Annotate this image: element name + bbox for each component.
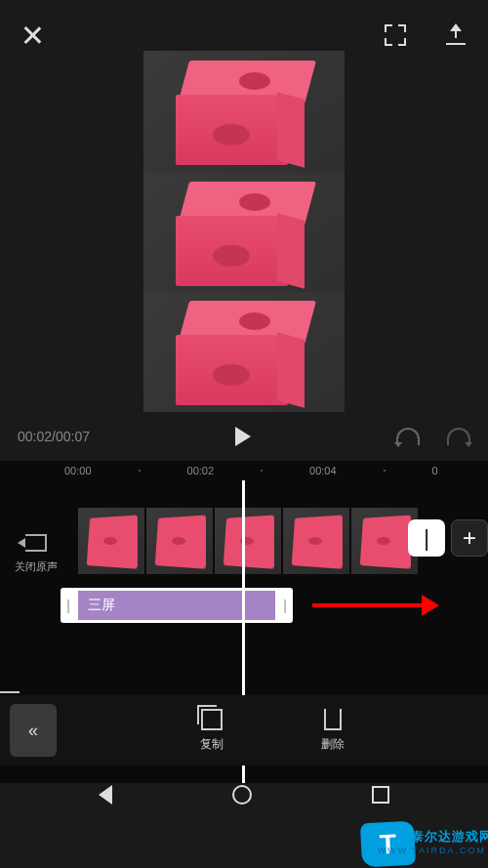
collapse-button[interactable]: « (10, 704, 57, 757)
clip-thumb[interactable] (215, 508, 281, 574)
time-ruler[interactable]: 00:00 00:02 00:04 0 (0, 461, 488, 480)
effect-clip[interactable]: | 三屏 | (61, 588, 293, 623)
time-display: 00:02/00:07 (18, 429, 90, 444)
close-icon[interactable] (21, 24, 43, 46)
mute-label: 关闭原声 (15, 559, 58, 574)
redo-icon (447, 428, 470, 445)
video-preview[interactable] (143, 51, 345, 412)
add-button[interactable]: + (451, 519, 488, 557)
clip-handle-right[interactable]: | (277, 588, 293, 623)
watermark-text: 泰尔达游戏网 (411, 828, 488, 846)
export-icon[interactable] (445, 23, 467, 47)
clip-thumb[interactable] (78, 508, 144, 574)
ruler-mark: 00:00 (64, 465, 92, 476)
undo-icon[interactable] (396, 428, 420, 445)
nav-recent-icon[interactable] (372, 786, 389, 804)
fullscreen-icon[interactable] (385, 24, 406, 46)
nav-home-icon[interactable] (232, 785, 252, 805)
ruler-mark: 00:02 (187, 465, 215, 476)
mute-button[interactable]: 关闭原声 (15, 534, 58, 574)
annotation-arrow (312, 599, 439, 609)
copy-icon (201, 709, 223, 730)
copy-button[interactable]: 复制 (200, 709, 224, 753)
split-button[interactable]: | (408, 519, 445, 557)
crop-icon (324, 709, 342, 730)
clip-handle-left[interactable]: | (61, 588, 76, 623)
speaker-icon (25, 534, 47, 552)
watermark: 泰尔达游戏网 WWW.TAIRDA.COM (361, 814, 488, 868)
copy-label: 复制 (200, 736, 224, 753)
ruler-mark: 00:04 (309, 465, 337, 476)
watermark-logo (360, 821, 416, 868)
delete-label: 删除 (321, 736, 345, 753)
delete-button[interactable]: 删除 (321, 709, 345, 753)
watermark-url: WWW.TAIRDA.COM (378, 846, 486, 855)
effect-label[interactable]: 三屏 (78, 591, 275, 620)
clip-thumb[interactable] (146, 508, 213, 574)
chevron-left-icon: « (28, 721, 38, 741)
nav-back-icon[interactable] (99, 785, 112, 805)
video-track[interactable] (78, 508, 418, 574)
clip-thumb[interactable] (283, 508, 349, 574)
system-nav (0, 770, 488, 819)
ruler-mark: 0 (432, 465, 438, 476)
play-icon[interactable] (235, 427, 251, 446)
